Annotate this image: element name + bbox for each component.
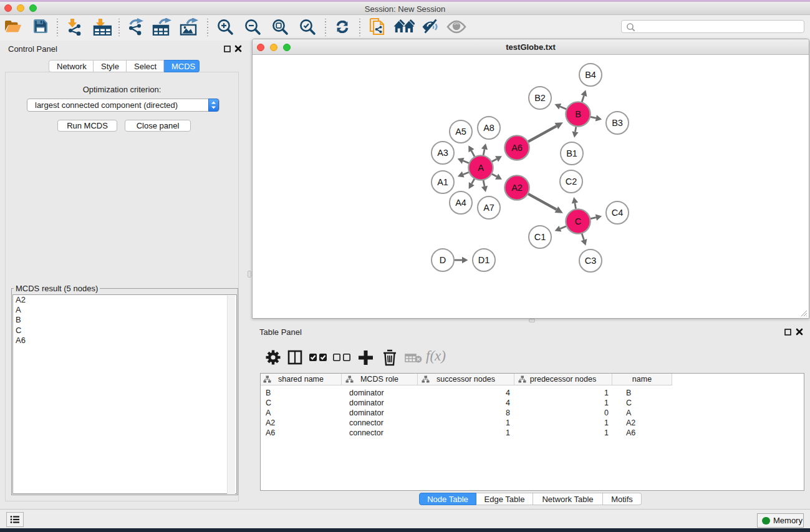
svg-text:B4: B4 — [585, 70, 596, 80]
svg-text:B: B — [575, 109, 581, 119]
svg-text:B1: B1 — [566, 148, 577, 158]
svg-text:B3: B3 — [612, 118, 623, 128]
svg-text:A7: A7 — [483, 203, 494, 213]
svg-text:D: D — [440, 255, 446, 265]
svg-text:B2: B2 — [534, 93, 546, 103]
svg-text:A4: A4 — [455, 198, 466, 208]
svg-text:C2: C2 — [566, 177, 577, 186]
svg-text:A3: A3 — [437, 148, 448, 158]
svg-text:A5: A5 — [455, 127, 466, 137]
svg-text:C: C — [575, 216, 581, 226]
svg-text:D1: D1 — [478, 255, 490, 265]
svg-text:C4: C4 — [612, 208, 624, 218]
svg-text:C1: C1 — [534, 232, 546, 242]
svg-text:A8: A8 — [483, 123, 494, 133]
svg-text:A6: A6 — [511, 143, 523, 153]
svg-text:C3: C3 — [585, 256, 597, 266]
svg-text:A1: A1 — [437, 177, 448, 187]
svg-text:A2: A2 — [511, 183, 523, 193]
svg-text:A: A — [478, 163, 484, 173]
